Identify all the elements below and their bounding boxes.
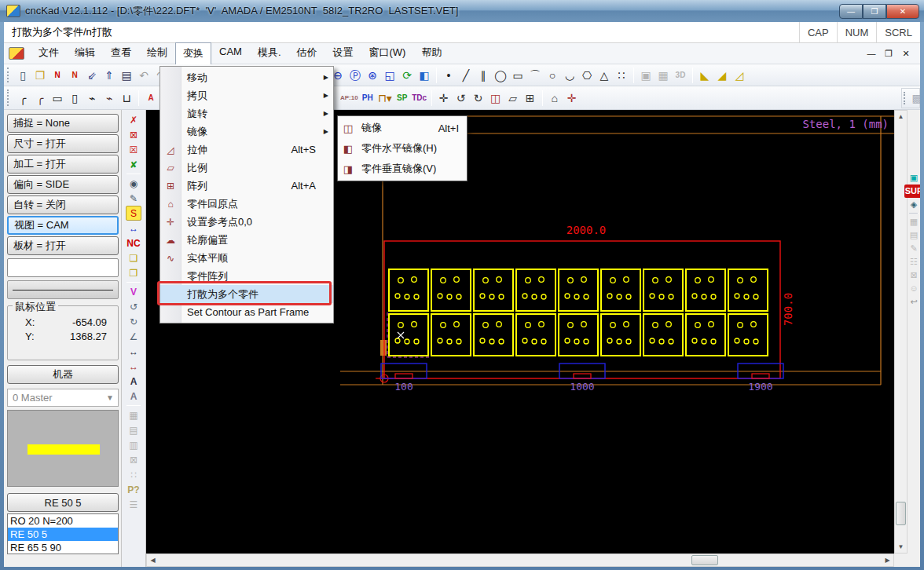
menu-item-move[interactable]: 移动 ▶ [160,68,333,86]
part-hole[interactable] [626,294,631,299]
undo-icon[interactable]: ↶ [135,67,152,83]
sheet-outline[interactable] [384,241,780,378]
new-nc-icon[interactable]: N [49,67,66,83]
menu-item-set-contour-frame[interactable]: Set Contour as Part Frame [160,303,333,321]
part-hole[interactable] [480,338,485,343]
part-hole[interactable] [607,338,612,343]
a-angle-dim-icon[interactable]: A [126,389,141,404]
part-outline[interactable] [389,269,428,311]
part-hole[interactable] [607,294,612,298]
submenu-item-mirror-h[interactable]: ◧ 零件水平镜像(H) [338,138,467,159]
part-hole[interactable] [751,277,757,283]
draw-line-icon[interactable]: ╱ [457,67,475,83]
sheet-list-icon[interactable]: ☰ [126,497,141,512]
part-hole[interactable] [541,294,546,299]
part-hole[interactable] [574,339,579,344]
menu-item-mirror[interactable]: 镜像 ▶ [160,122,333,141]
parts-gray-icon[interactable]: ☷ [908,255,920,269]
v-dim-icon[interactable]: ↔ [126,359,141,374]
part-hole[interactable] [398,278,404,283]
corner-tool-icon[interactable]: ◣ [696,67,713,83]
part-hole[interactable] [650,338,654,343]
part-outline[interactable] [474,314,513,356]
export-icon[interactable]: ⇑ [101,67,118,83]
ap10-icon[interactable]: AP:10 [339,90,359,106]
draw-points-icon[interactable]: ∷ [613,67,630,83]
sp-icon[interactable]: SP [394,90,411,106]
menu-item-entity-smooth[interactable]: ∿ 实体平顺 [160,249,333,267]
part-hole[interactable] [624,277,629,283]
part-hole[interactable] [751,322,757,327]
draw-oval-icon[interactable]: ○ [544,67,561,83]
blank-field[interactable] [7,258,119,277]
part-hole[interactable] [610,278,616,283]
toolbar-grip[interactable] [7,90,11,105]
menu-item[interactable]: 设置 [325,42,361,64]
tool-table-icon[interactable]: ▤ [126,422,141,437]
part-hole[interactable] [499,339,504,344]
part-hole[interactable] [617,294,622,299]
toggle-offset[interactable]: 偏向 = SIDE [7,175,119,194]
part-hole[interactable] [454,322,460,327]
part-hole[interactable] [692,294,697,298]
scroll-down-arrow[interactable]: ▼ [895,541,907,553]
part-hole[interactable] [666,277,672,283]
part-hole[interactable] [692,338,697,343]
draw-rect-icon[interactable]: ▭ [509,67,526,83]
part-hole[interactable] [483,323,489,328]
h-dim-icon[interactable]: ↔ [126,344,141,359]
fill-color-icon[interactable]: ◧ [416,67,433,83]
part-hole[interactable] [497,277,502,283]
fillet-icon[interactable]: ╭ [14,90,31,106]
mirror-tool-icon[interactable]: ◫ [487,90,504,106]
part-hole[interactable] [526,278,531,283]
menu-item-part-to-origin[interactable]: ⌂ 零件回原点 [160,195,333,213]
redraw-icon[interactable]: ⟳ [398,67,416,83]
tool-pick-icon[interactable]: ⊓▾ [376,90,394,106]
menu-item[interactable]: 绘制 [139,42,175,64]
import-icon[interactable]: ⇙ [83,67,101,83]
delete-multi-icon[interactable]: ✘ [126,157,141,172]
part-hole[interactable] [702,294,706,299]
app-menu-icon[interactable] [9,47,24,60]
part-outline[interactable] [686,314,725,356]
menu-item-contour-offset[interactable]: ☁ 轮廓偏置 [160,231,333,249]
part-hole[interactable] [398,323,404,328]
part-hole[interactable] [490,294,494,299]
part-hole[interactable] [617,339,622,344]
new-file-icon[interactable]: ▯ [14,67,31,83]
part-hole[interactable] [653,278,658,283]
part-hole[interactable] [735,294,739,298]
draw-circle-icon[interactable]: ◯ [492,67,509,83]
solid-view-icon[interactable]: ▣ [637,67,654,83]
part-hole[interactable] [581,322,587,327]
menu-item[interactable]: 查看 [103,42,139,64]
vt-toggle-icon[interactable]: V [126,284,141,299]
toolbar-grip[interactable] [7,68,11,82]
toggle-autorotate[interactable]: 自转 = 关闭 [7,195,119,214]
scroll-right-arrow[interactable]: ▶ [882,554,893,566]
flip-arrows-icon[interactable]: ↔ [126,221,141,236]
maximize-button[interactable]: ❐ [863,4,886,19]
machine-button[interactable]: 机器 [7,365,119,384]
parts-grid[interactable] [389,269,768,356]
part-hole[interactable] [695,278,701,283]
menu-item-rotate[interactable]: 旋转 ▶ [160,104,333,122]
part-hole[interactable] [447,339,452,344]
part-hole[interactable] [709,322,714,327]
part-outline[interactable] [559,269,598,311]
copy-geometry-icon[interactable]: ❏ [126,250,141,265]
tool-list-item[interactable]: RE 50 5 [8,528,118,541]
part-hole[interactable] [395,338,400,343]
menu-item[interactable]: CAM [211,42,250,64]
part-hole[interactable] [738,278,743,283]
part-hole[interactable] [754,294,758,299]
part-hole[interactable] [405,339,409,344]
part-hole[interactable] [581,277,587,283]
scroll-left-arrow[interactable]: ◀ [147,554,159,566]
nc-save-icon[interactable]: NC [126,236,141,250]
part-hole[interactable] [584,294,588,299]
part-hole[interactable] [483,278,489,283]
part-hole[interactable] [412,322,417,327]
part-outline[interactable] [389,314,428,356]
